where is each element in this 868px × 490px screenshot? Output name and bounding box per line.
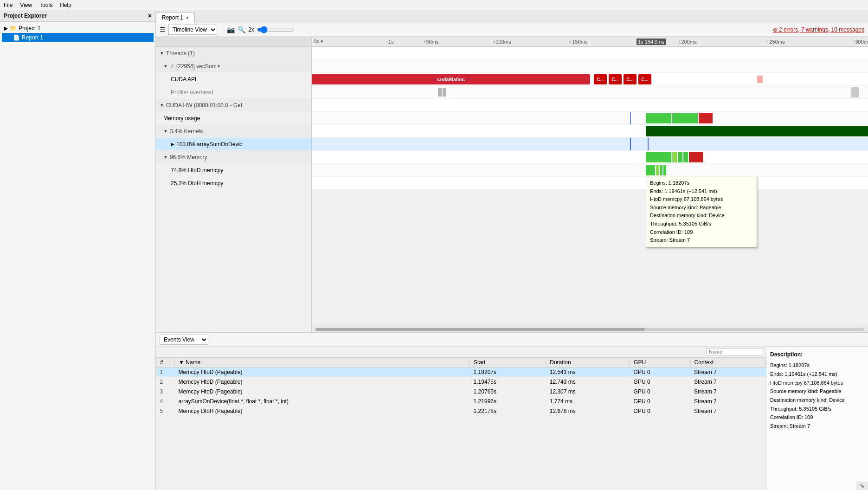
search-icon[interactable]: 🔍 (238, 26, 245, 33)
row-label-dtoh[interactable]: 25.2% DtoH memcpy (156, 177, 311, 190)
tree-report1[interactable]: 📄 Report 1 (2, 33, 154, 42)
htod-bar-1 (646, 165, 655, 175)
timeline-right: 0s ▾ 1s +50ms +100ms +150ms 1s 184.0ms +… (312, 37, 868, 332)
name-search-input[interactable] (707, 348, 762, 355)
vis-cuda-api[interactable]: cudaMalloc C... C... C... C... (312, 73, 868, 86)
events-table-body: 1 Memcpy HtoD (Pageable) 1.18207s 12.541… (156, 368, 766, 416)
table-row[interactable]: 1 Memcpy HtoD (Pageable) 1.18207s 12.541… (156, 368, 766, 377)
profiler-bar-right (851, 87, 859, 97)
scrollbar-track[interactable] (315, 328, 864, 331)
row-label-htod[interactable]: 74.8% HtoD memcpy (156, 164, 311, 177)
row2-gpu: GPU 0 (630, 377, 691, 387)
zoom-slider[interactable] (257, 26, 294, 33)
row2-name: Memcpy HtoD (Pageable) (175, 377, 470, 387)
row-label-kernels[interactable]: ▼ 3.4% Kernels (156, 125, 311, 138)
bottom-content: # ▼ Name Start Duration GPU Context 1 (156, 347, 868, 490)
vis-arraysum[interactable] (312, 138, 868, 151)
table-row[interactable]: 3 Memcpy HtoD (Pageable) 1.20765s 12.307… (156, 387, 766, 397)
main-container: Project Explorer × ▶ 📁 Project 1 📄 Repor… (0, 10, 868, 490)
sidebar-close-button[interactable]: × (148, 12, 152, 19)
mem-green-4 (683, 152, 688, 162)
row5-gpu: GPU 0 (630, 406, 691, 416)
vis-profiler-overhead (312, 86, 868, 99)
htod-label: 74.8% HtoD memcpy (171, 167, 223, 174)
vis-threads (312, 47, 868, 60)
mem-green-2 (672, 152, 677, 162)
row-label-cuda-hw[interactable]: ▼ CUDA HW (0000:01:00.0 - Gef (156, 99, 311, 112)
scrollbar-thumb[interactable] (315, 328, 645, 331)
description-panel: Description: Begins: 1.18207s Ends: 1.19… (766, 347, 868, 490)
row2-start: 1.19475s (470, 377, 546, 387)
ruler-100ms: +100ms (493, 39, 511, 45)
row2-context: Stream 7 (690, 377, 765, 387)
threads-label: Threads (1) (166, 50, 195, 57)
kernels-arrow: ▼ (163, 129, 168, 134)
pink-bar (757, 76, 763, 83)
vis-rows: cudaMalloc C... C... C... C... (312, 47, 868, 326)
ruler-0s: 0s ▾ (314, 39, 323, 45)
top-panel: ☰ Timeline View Events View 📷 🔍 2x ⊘ 2 e… (156, 23, 868, 332)
table-row[interactable]: 2 Memcpy HtoD (Pageable) 1.19475s 12.743… (156, 377, 766, 387)
menu-view[interactable]: View (16, 1, 36, 9)
tab-close-button[interactable]: × (186, 15, 189, 20)
tab-report1[interactable]: Report 1 × (156, 12, 195, 23)
ruler-300ms: +300ms (852, 39, 868, 45)
col-num: # (156, 358, 175, 368)
ruler-150ms: +150ms (569, 39, 587, 45)
cudamalloc-bar[interactable]: cudaMalloc (312, 74, 590, 84)
menu-help[interactable]: Help (56, 1, 75, 9)
resize-icon[interactable]: ⤡ (860, 483, 864, 489)
c-block-2[interactable]: C... (609, 74, 622, 84)
h-scrollbar[interactable] (312, 326, 868, 332)
sidebar-title: Project Explorer (4, 13, 47, 19)
col-gpu[interactable]: GPU (630, 358, 691, 368)
timeline-toolbar: ☰ Timeline View Events View 📷 🔍 2x ⊘ 2 e… (156, 23, 868, 37)
c-block-1[interactable]: C... (594, 74, 607, 84)
row4-gpu: GPU 0 (630, 397, 691, 406)
col-start[interactable]: Start (470, 358, 546, 368)
green-bars-1 (646, 113, 713, 123)
tooltip-stream: Stream: Stream 7 (650, 236, 753, 245)
col-duration[interactable]: Duration (546, 358, 630, 368)
events-table: # ▼ Name Start Duration GPU Context 1 (156, 357, 766, 416)
vis-htod[interactable]: Begins: 1.18207s Ends: 1.19461s (+12.541… (312, 164, 868, 177)
dtoh-label: 25.2% DtoH memcpy (171, 180, 223, 187)
events-view-select[interactable]: Events View Timeline View (160, 335, 208, 345)
row4-context: Stream 7 (690, 397, 765, 406)
sidebar: Project Explorer × ▶ 📁 Project 1 📄 Repor… (0, 10, 156, 490)
camera-icon[interactable]: 📷 (227, 26, 235, 33)
row-label-profiler-overhead[interactable]: Profiler overhead (156, 86, 311, 99)
table-row[interactable]: 4 arraySumOnDevice(float *, float *, flo… (156, 397, 766, 406)
col-name[interactable]: ▼ Name (175, 358, 470, 368)
tree-project1[interactable]: ▶ 📁 Project 1 (2, 24, 154, 33)
row4-name: arraySumOnDevice(float *, float *, float… (175, 397, 470, 406)
tooltip-source: Source memory kind: Pageable (650, 204, 753, 212)
kernels-label: 3.4% Kernels (170, 128, 203, 135)
vis-memory (312, 151, 868, 164)
row-label-vecsum[interactable]: ▼ ✓ [22956] vecSum ▾ (156, 60, 311, 73)
row1-num: 1 (156, 368, 175, 377)
ruler-184ms: 1s 184.0ms (637, 39, 666, 45)
menu-tools[interactable]: Tools (36, 1, 56, 9)
dark-green-bar (646, 126, 868, 136)
table-row[interactable]: 5 Memcpy DtoH (Pageable) 1.22178s 12.678… (156, 406, 766, 416)
c-block-4[interactable]: C... (638, 74, 651, 84)
errors-link[interactable]: ⊘ 2 errors, 7 warnings, 10 messages (773, 26, 864, 33)
c-block-3[interactable]: C... (624, 74, 637, 84)
menubar: File View Tools Help (0, 0, 868, 10)
row-label-threads[interactable]: ▼ Threads (1) (156, 47, 311, 60)
left-ruler (156, 37, 311, 47)
mem-usage-label: Memory usage (163, 115, 200, 122)
row-label-arraysum[interactable]: ▶ 100.0% arraySumOnDevic (156, 138, 311, 151)
tooltip-throughput: Throughput: 5.35105 GiB/s (650, 220, 753, 228)
folder-icon: 📁 (10, 25, 17, 32)
mem-green-3 (678, 152, 682, 162)
vis-mem-usage[interactable] (312, 112, 868, 125)
menu-file[interactable]: File (0, 1, 16, 9)
row-label-cuda-api[interactable]: CUDA API (156, 73, 311, 86)
report-icon: 📄 (13, 34, 20, 41)
view-select[interactable]: Timeline View Events View (168, 25, 217, 35)
row-label-memory[interactable]: ▼ 96.6% Memory (156, 151, 311, 164)
row-label-mem-usage[interactable]: Memory usage (156, 112, 311, 125)
col-context[interactable]: Context (690, 358, 765, 368)
